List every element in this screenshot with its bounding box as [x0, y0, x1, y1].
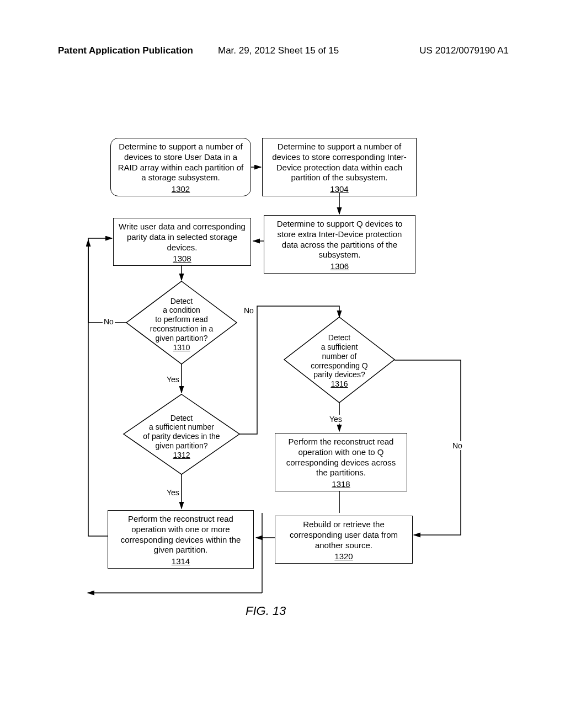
box-1308-text: Write user data and corresponding parity…: [119, 222, 246, 252]
patent-header-right: US 2012/0079190 A1: [419, 45, 509, 56]
d1310-l2: to perform read: [155, 315, 208, 324]
box-1314: Perform the reconstruct read operation w…: [108, 510, 254, 569]
d1310-l3: reconstruction in a: [150, 324, 213, 334]
arrow-1318-down-bus: [254, 491, 348, 601]
d1310-l1: a condition: [163, 306, 200, 315]
box-1304-text: Determine to support a number of devices…: [272, 142, 406, 182]
box-1302-num: 1302: [115, 184, 246, 195]
d1312-l3: given partition?: [156, 441, 208, 451]
box-1304: Determine to support a number of devices…: [262, 138, 417, 196]
box-1318-num: 1318: [280, 479, 402, 490]
box-1314-text: Perform the reconstruct read operation w…: [121, 514, 241, 554]
arrow-1304-to-1306: [337, 193, 342, 218]
label-1310-yes: Yes: [166, 375, 180, 384]
arrow-1302-to-1304: [251, 164, 265, 170]
arrow-1308-to-1310: [179, 265, 184, 284]
d1310-l0: Detect: [170, 297, 193, 306]
bottom-bus: [86, 590, 268, 596]
d1310-l4: given partition?: [156, 334, 208, 343]
arrow-1314-loop-back: [86, 238, 113, 594]
box-1302-text: Determine to support a number of devices…: [118, 142, 244, 182]
box-1306-num: 1306: [269, 261, 411, 272]
d1310-num: 1310: [173, 343, 190, 352]
d1312-num: 1312: [173, 451, 190, 460]
d1312-l2: of parity devices in the: [143, 432, 220, 441]
box-1308: Write user data and corresponding parity…: [113, 218, 251, 266]
diamond-1312: Detect a sufficient number of parity dev…: [124, 394, 239, 474]
d1312-l0: Detect: [170, 414, 193, 423]
label-1316-no: No: [451, 441, 463, 450]
label-1316-yes: Yes: [328, 415, 343, 424]
patent-header-left: Patent Application Publication: [58, 45, 193, 56]
box-1308-num: 1308: [118, 254, 246, 264]
box-1302: Determine to support a number of devices…: [110, 138, 251, 196]
label-1312-no: No: [243, 306, 255, 315]
patent-header-mid: Mar. 29, 2012 Sheet 15 of 15: [218, 45, 339, 56]
box-1318: Perform the reconstruct read operation w…: [275, 433, 407, 491]
figure-caption: FIG. 13: [246, 604, 286, 618]
diamond-1310: Detect a condition to perform read recon…: [126, 281, 237, 364]
arrow-1306-to-1308: [251, 238, 266, 244]
drop-1320-to-bus: [259, 513, 265, 596]
box-1306: Determine to support Q devices to store …: [264, 215, 415, 274]
box-1314-num: 1314: [113, 556, 249, 567]
box-1318-text: Perform the reconstruct read operation w…: [286, 437, 396, 477]
arrow-1320-to-1314: [254, 535, 279, 540]
box-1306-text: Determine to support Q devices to store …: [277, 219, 403, 259]
d1312-l1: a sufficient number: [149, 422, 214, 432]
label-1312-yes: Yes: [166, 488, 180, 497]
